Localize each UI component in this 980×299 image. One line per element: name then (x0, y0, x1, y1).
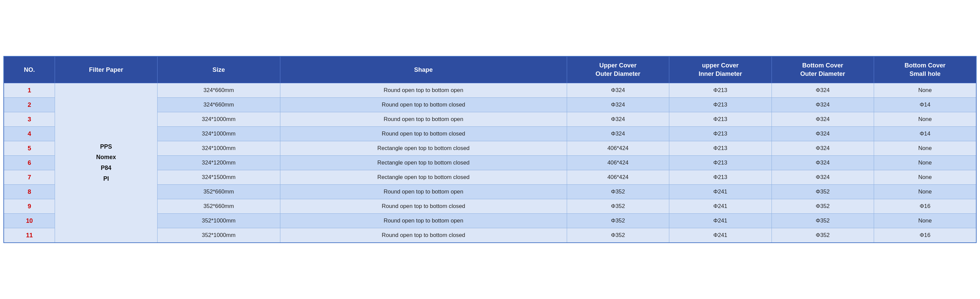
cell-size: 324*1000mm (157, 112, 280, 127)
cell-bottom-cover-outer-diameter: Φ352 (772, 214, 874, 228)
cell-size: 324*1200mm (157, 155, 280, 170)
cell-size: 352*660mm (157, 199, 280, 214)
cell-shape: Round open top to bottom open (280, 184, 567, 199)
cell-bottom-cover-outer-diameter: Φ324 (772, 127, 874, 141)
cell-bottom-cover-small-hole: None (874, 83, 976, 97)
cell-upper-cover-inner-diameter: Φ241 (669, 228, 772, 243)
cell-bottom-cover-outer-diameter: Φ324 (772, 170, 874, 184)
cell-bottom-cover-small-hole: None (874, 184, 976, 199)
cell-shape: Rectangle open top to bottom closed (280, 141, 567, 155)
cell-upper-cover-inner-diameter: Φ213 (669, 141, 772, 155)
cell-upper-cover-inner-diameter: Φ241 (669, 214, 772, 228)
cell-upper-cover-outer-diameter: Φ352 (567, 214, 669, 228)
cell-bottom-cover-outer-diameter: Φ324 (772, 155, 874, 170)
cell-upper-cover-outer-diameter: Φ324 (567, 112, 669, 127)
cell-upper-cover-outer-diameter: 406*424 (567, 170, 669, 184)
cell-size: 352*1000mm (157, 214, 280, 228)
cell-no: 6 (4, 155, 55, 170)
cell-upper-cover-inner-diameter: Φ213 (669, 127, 772, 141)
header-shape: Shape (280, 56, 567, 83)
main-table: NO. Filter Paper Size Shape Upper CoverO… (3, 56, 977, 243)
cell-upper-cover-outer-diameter: 406*424 (567, 155, 669, 170)
cell-upper-cover-outer-diameter: Φ324 (567, 83, 669, 97)
cell-bottom-cover-outer-diameter: Φ352 (772, 199, 874, 214)
cell-upper-cover-outer-diameter: Φ352 (567, 228, 669, 243)
cell-size: 324*1500mm (157, 170, 280, 184)
cell-upper-cover-inner-diameter: Φ241 (669, 199, 772, 214)
cell-bottom-cover-small-hole: Φ16 (874, 199, 976, 214)
cell-bottom-cover-outer-diameter: Φ324 (772, 141, 874, 155)
cell-upper-cover-inner-diameter: Φ213 (669, 97, 772, 112)
cell-bottom-cover-small-hole: None (874, 214, 976, 228)
cell-bottom-cover-small-hole: Φ14 (874, 127, 976, 141)
cell-size: 324*660mm (157, 83, 280, 97)
cell-size: 324*660mm (157, 97, 280, 112)
cell-upper-cover-inner-diameter: Φ213 (669, 112, 772, 127)
header-bottom-cover-outer-diameter: Bottom CoverOuter Diameter (772, 56, 874, 83)
header-size: Size (157, 56, 280, 83)
cell-size: 324*1000mm (157, 141, 280, 155)
cell-bottom-cover-outer-diameter: Φ324 (772, 83, 874, 97)
cell-upper-cover-outer-diameter: Φ324 (567, 127, 669, 141)
header-bottom-cover-small-hole: Bottom CoverSmall hole (874, 56, 976, 83)
cell-bottom-cover-outer-diameter: Φ324 (772, 112, 874, 127)
cell-shape: Round open top to bottom open (280, 214, 567, 228)
cell-no: 8 (4, 184, 55, 199)
header-upper-cover-inner-diameter: upper CoverInner Diameter (669, 56, 772, 83)
cell-no: 3 (4, 112, 55, 127)
cell-bottom-cover-small-hole: Φ16 (874, 228, 976, 243)
cell-shape: Round open top to bottom open (280, 112, 567, 127)
cell-bottom-cover-small-hole: None (874, 170, 976, 184)
cell-bottom-cover-outer-diameter: Φ324 (772, 97, 874, 112)
cell-no: 1 (4, 83, 55, 97)
header-upper-cover-outer-diameter: Upper CoverOuter Diameter (567, 56, 669, 83)
cell-no: 9 (4, 199, 55, 214)
cell-bottom-cover-outer-diameter: Φ352 (772, 228, 874, 243)
cell-shape: Round open top to bottom closed (280, 97, 567, 112)
cell-no: 4 (4, 127, 55, 141)
cell-upper-cover-inner-diameter: Φ241 (669, 184, 772, 199)
cell-no: 2 (4, 97, 55, 112)
table-wrapper: NO. Filter Paper Size Shape Upper CoverO… (3, 56, 977, 243)
cell-upper-cover-inner-diameter: Φ213 (669, 170, 772, 184)
cell-upper-cover-outer-diameter: 406*424 (567, 141, 669, 155)
cell-upper-cover-outer-diameter: Φ352 (567, 184, 669, 199)
cell-shape: Rectangle open top to bottom closed (280, 155, 567, 170)
cell-bottom-cover-small-hole: None (874, 141, 976, 155)
cell-bottom-cover-outer-diameter: Φ352 (772, 184, 874, 199)
table-row: 1PPSNomexP84PI324*660mmRound open top to… (4, 83, 976, 97)
cell-shape: Round open top to bottom closed (280, 127, 567, 141)
cell-shape: Rectangle open top to bottom closed (280, 170, 567, 184)
header-filter-paper: Filter Paper (55, 56, 157, 83)
cell-upper-cover-outer-diameter: Φ352 (567, 199, 669, 214)
header-row: NO. Filter Paper Size Shape Upper CoverO… (4, 56, 976, 83)
cell-shape: Round open top to bottom open (280, 83, 567, 97)
cell-upper-cover-outer-diameter: Φ324 (567, 97, 669, 112)
cell-filter-paper: PPSNomexP84PI (55, 83, 157, 243)
cell-bottom-cover-small-hole: None (874, 155, 976, 170)
cell-no: 10 (4, 214, 55, 228)
cell-upper-cover-inner-diameter: Φ213 (669, 83, 772, 97)
cell-size: 324*1000mm (157, 127, 280, 141)
cell-no: 11 (4, 228, 55, 243)
cell-shape: Round open top to bottom closed (280, 228, 567, 243)
cell-no: 5 (4, 141, 55, 155)
cell-bottom-cover-small-hole: Φ14 (874, 97, 976, 112)
cell-bottom-cover-small-hole: None (874, 112, 976, 127)
cell-shape: Round open top to bottom closed (280, 199, 567, 214)
cell-size: 352*1000mm (157, 228, 280, 243)
header-no: NO. (4, 56, 55, 83)
cell-upper-cover-inner-diameter: Φ213 (669, 155, 772, 170)
cell-no: 7 (4, 170, 55, 184)
cell-size: 352*660mm (157, 184, 280, 199)
